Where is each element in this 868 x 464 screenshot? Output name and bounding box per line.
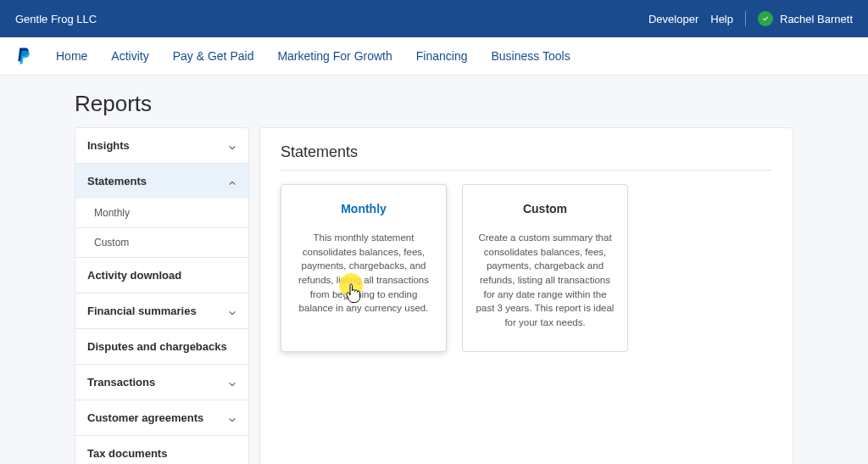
help-link[interactable]: Help [710, 13, 733, 25]
nav-home[interactable]: Home [56, 49, 87, 63]
sidebar-item-customer-agreements[interactable]: Customer agreements [75, 400, 248, 436]
card-custom-desc: Create a custom summary that consolidate… [475, 231, 615, 330]
chevron-down-icon [228, 378, 236, 387]
sidebar-label-disputes: Disputes and chargebacks [87, 340, 227, 353]
paypal-logo-icon[interactable] [15, 47, 32, 65]
developer-link[interactable]: Developer [648, 13, 698, 25]
sidebar-item-activity-download[interactable]: Activity download [75, 258, 248, 293]
sidebar-item-insights[interactable]: Insights [75, 128, 248, 164]
sidebar-label-tax-documents: Tax documents [87, 447, 167, 460]
card-custom-title: Custom [475, 202, 615, 215]
sidebar-item-statements[interactable]: Statements [75, 164, 248, 198]
card-custom[interactable]: Custom Create a custom summary that cons… [462, 184, 628, 352]
main-nav: Home Activity Pay & Get Paid Marketing F… [0, 37, 868, 75]
user-menu[interactable]: Rachel Barnett [758, 11, 853, 26]
chevron-down-icon [228, 307, 236, 316]
nav-marketing[interactable]: Marketing For Growth [277, 49, 392, 63]
nav-business-tools[interactable]: Business Tools [492, 49, 570, 63]
main-area: Statements Monthly This monthly statemen… [259, 127, 793, 464]
card-monthly-title: Monthly [293, 202, 434, 215]
statement-cards: Monthly This monthly statement consolida… [281, 184, 772, 352]
content-row: Insights Statements Monthly Custom Activ… [75, 127, 793, 464]
sidebar-label-financial-summaries: Financial summaries [87, 305, 197, 317]
user-name: Rachel Barnett [780, 13, 853, 25]
sidebar-label-insights: Insights [87, 139, 130, 152]
section-rule [281, 170, 772, 171]
top-bar-right: Developer Help Rachel Barnett [648, 11, 853, 26]
sidebar-item-financial-summaries[interactable]: Financial summaries [75, 293, 248, 329]
company-name: Gentle Frog LLC [15, 13, 97, 25]
nav-financing[interactable]: Financing [416, 49, 468, 63]
chevron-down-icon [228, 414, 236, 422]
sidebar-item-disputes[interactable]: Disputes and chargebacks [75, 329, 248, 365]
chevron-down-icon [228, 142, 236, 150]
sidebar-item-transactions[interactable]: Transactions [75, 365, 248, 400]
nav-pay-get-paid[interactable]: Pay & Get Paid [173, 49, 254, 63]
chevron-up-icon [228, 177, 236, 186]
sidebar-label-statements: Statements [87, 175, 147, 187]
sidebar-sub-custom[interactable]: Custom [75, 228, 248, 258]
sidebar-label-transactions: Transactions [87, 376, 155, 389]
card-monthly-desc: This monthly statement consolidates bala… [293, 231, 434, 316]
page-title: Reports [75, 91, 793, 117]
avatar-icon [758, 11, 773, 26]
sidebar-label-activity-download: Activity download [87, 269, 181, 282]
card-monthly[interactable]: Monthly This monthly statement consolida… [281, 184, 447, 352]
nav-activity[interactable]: Activity [111, 49, 148, 63]
page-body: Reports Insights Statements Monthly Cust… [0, 75, 868, 464]
sidebar-sub-monthly[interactable]: Monthly [75, 198, 248, 228]
top-bar: Gentle Frog LLC Developer Help Rachel Ba… [0, 0, 868, 37]
topbar-divider [745, 11, 746, 26]
sidebar-item-tax-documents[interactable]: Tax documents [75, 436, 248, 464]
sidebar-label-customer-agreements: Customer agreements [87, 411, 203, 424]
section-title: Statements [281, 143, 772, 161]
reports-sidebar: Insights Statements Monthly Custom Activ… [75, 127, 249, 464]
